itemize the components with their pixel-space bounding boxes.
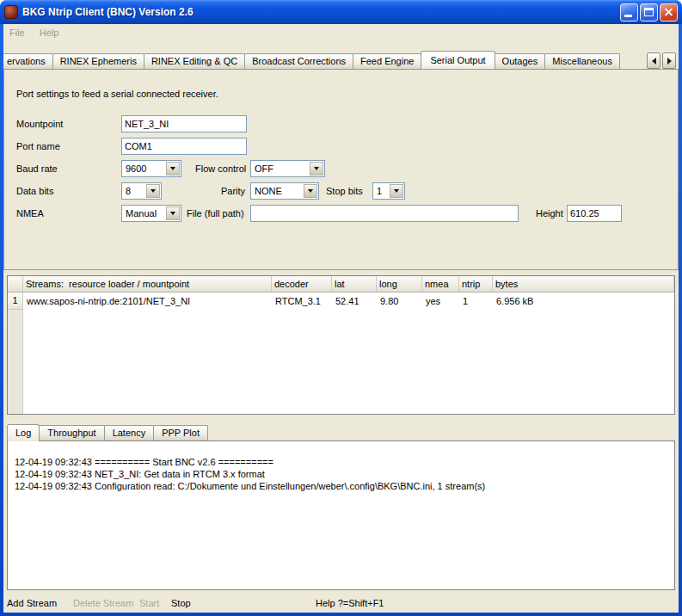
col-header-nmea[interactable]: nmea — [422, 276, 459, 293]
chevron-down-icon[interactable] — [166, 162, 180, 176]
tab-scroll-buttons — [647, 52, 676, 612]
data-bits-select[interactable]: 8 — [121, 182, 162, 200]
chevron-down-icon[interactable] — [166, 206, 180, 220]
stop-bits-select[interactable]: 1 — [372, 182, 405, 200]
log-line: 12-04-19 09:32:43 ========== Start BNC v… — [15, 456, 669, 468]
tab-scroll-left-button[interactable] — [647, 52, 660, 69]
stop-button[interactable]: Stop — [171, 597, 191, 609]
baud-rate-value: 9600 — [126, 162, 146, 176]
log-output[interactable]: 12-04-19 09:32:43 ========== Start BNC v… — [7, 440, 675, 590]
col-header-long[interactable]: long — [377, 276, 422, 293]
chevron-down-icon[interactable] — [390, 184, 403, 198]
maximize-icon — [644, 8, 654, 16]
mountpoint-input[interactable] — [121, 115, 247, 132]
tab-latency[interactable]: Latency — [104, 425, 155, 440]
left-arrow-icon — [652, 58, 656, 65]
panel-description: Port settings to feed a serial connected… — [16, 89, 218, 99]
flow-control-value: OFF — [255, 162, 273, 176]
file-path-input[interactable] — [250, 205, 519, 222]
chevron-down-icon[interactable] — [304, 184, 317, 198]
streams-table-header: Streams: resource loader / mountpoint de… — [8, 276, 674, 293]
close-button[interactable] — [660, 3, 678, 22]
menu-help[interactable]: Help — [40, 28, 59, 38]
flow-control-select[interactable]: OFF — [250, 160, 325, 177]
streams-table: Streams: resource loader / mountpoint de… — [7, 275, 675, 415]
nmea-select[interactable]: Manual — [121, 205, 181, 222]
start-button[interactable]: Start — [139, 597, 159, 609]
tab-rinex-ephemeris[interactable]: RINEX Ephemeris — [52, 53, 144, 69]
right-arrow-icon — [667, 58, 672, 65]
tab-outages[interactable]: Outages — [495, 53, 546, 69]
mountpoint-label: Mountpoint — [16, 115, 63, 132]
minimize-icon — [624, 15, 632, 17]
cell-ntrip[interactable]: 1 — [459, 293, 493, 310]
cell-decoder[interactable]: RTCM_3.1 — [272, 293, 332, 310]
data-bits-label: Data bits — [16, 182, 53, 200]
parity-value: NONE — [255, 184, 282, 199]
flow-control-label: Flow control — [195, 160, 246, 177]
window-controls — [620, 3, 678, 22]
footer-bar: Add Stream Delete Stream Start Stop Help… — [3, 592, 679, 613]
tab-miscellaneous[interactable]: Miscellaneous — [544, 53, 620, 69]
titlebar[interactable]: BKG Ntrip Client (BNC) Version 2.6 — [0, 0, 682, 24]
row-header[interactable]: 1 — [8, 293, 23, 310]
minimize-button[interactable] — [620, 3, 638, 22]
stop-bits-value: 1 — [377, 184, 382, 199]
col-header-lat[interactable]: lat — [332, 276, 377, 293]
app-window: BKG Ntrip Client (BNC) Version 2.6 File … — [0, 0, 682, 616]
log-line: 12-04-19 09:32:43 NET_3_NI: Get data in … — [15, 468, 669, 480]
parity-label: Parity — [221, 182, 245, 200]
col-header-decoder[interactable]: decoder — [272, 276, 332, 293]
tab-throughput[interactable]: Throughput — [39, 425, 104, 440]
col-header-ntrip[interactable]: ntrip — [459, 276, 493, 293]
port-name-input[interactable] — [121, 138, 247, 155]
file-path-label: File (full path) — [187, 205, 244, 222]
height-input[interactable] — [567, 205, 622, 222]
stop-bits-label: Stop bits — [326, 182, 363, 200]
tab-serial-output[interactable]: Serial Output — [421, 51, 495, 69]
bottom-tab-bar: Log Throughput Latency PPP Plot — [7, 423, 208, 440]
baud-rate-label: Baud rate — [16, 160, 58, 177]
tab-log[interactable]: Log — [7, 424, 40, 441]
serial-output-panel: Port settings to feed a serial connected… — [3, 69, 679, 270]
maximize-button[interactable] — [640, 3, 658, 22]
tab-broadcast-corrections[interactable]: Broadcast Corrections — [244, 53, 353, 69]
add-stream-button[interactable]: Add Stream — [7, 597, 57, 609]
delete-stream-button[interactable]: Delete Stream — [73, 597, 133, 609]
tab-feed-engine[interactable]: Feed Engine — [353, 53, 421, 69]
menu-file[interactable]: File — [9, 28, 25, 38]
log-line: 12-04-19 09:32:43 Configuration read: C:… — [15, 480, 669, 492]
table-corner — [8, 276, 23, 293]
table-empty-area — [8, 310, 674, 414]
cell-lat[interactable]: 52.41 — [332, 293, 377, 310]
port-name-label: Port name — [16, 138, 60, 155]
client-area: File Help ervations RINEX Ephemeris RINE… — [3, 24, 679, 613]
tab-ppp-plot[interactable]: PPP Plot — [153, 425, 208, 440]
tab-observations[interactable]: ervations — [3, 53, 53, 69]
data-bits-value: 8 — [126, 184, 131, 199]
chevron-down-icon[interactable] — [310, 162, 323, 176]
cell-mountpoint[interactable]: www.sapos-ni-ntrip.de:2101/NET_3_NI — [23, 293, 272, 310]
window-title: BKG Ntrip Client (BNC) Version 2.6 — [22, 6, 620, 18]
cell-nmea[interactable]: yes — [422, 293, 459, 310]
nmea-value: Manual — [126, 206, 157, 221]
cell-long[interactable]: 9.80 — [377, 293, 422, 310]
nmea-label: NMEA — [16, 205, 44, 222]
help-label: Help ?=Shift+F1 — [316, 597, 384, 609]
tab-scroll-right-button[interactable] — [662, 52, 676, 69]
app-icon — [4, 5, 18, 19]
height-label: Height — [536, 205, 563, 222]
baud-rate-select[interactable]: 9600 — [121, 160, 181, 177]
parity-select[interactable]: NONE — [250, 182, 319, 200]
chevron-down-icon[interactable] — [146, 184, 160, 198]
menubar: File Help — [3, 24, 679, 41]
row-header-gutter — [8, 310, 23, 414]
table-row[interactable]: 1 www.sapos-ni-ntrip.de:2101/NET_3_NI RT… — [8, 293, 674, 310]
col-header-mountpoint[interactable]: Streams: resource loader / mountpoint — [23, 276, 272, 293]
tab-bar: ervations RINEX Ephemeris RINEX Editing … — [3, 50, 679, 69]
tab-rinex-editing-qc[interactable]: RINEX Editing & QC — [144, 53, 245, 69]
